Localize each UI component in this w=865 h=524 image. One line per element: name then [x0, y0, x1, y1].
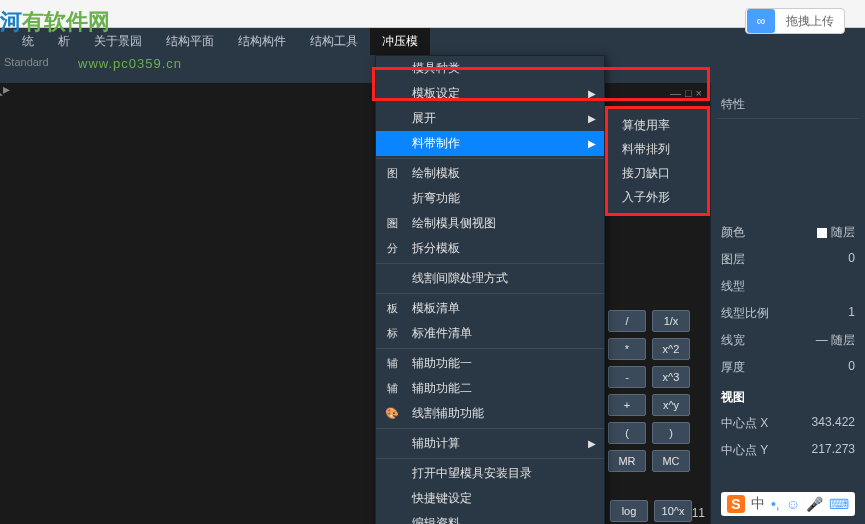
menu-stamping[interactable]: 冲压模 [370, 28, 430, 55]
ime-bar[interactable]: S 中 •, ☺ 🎤 ⌨ [721, 492, 855, 516]
dropdown-item[interactable]: 编辑资料 [376, 511, 604, 524]
canvas-close[interactable]: × [696, 87, 702, 99]
ime-punct-icon[interactable]: •, [771, 496, 780, 512]
menu-struct-member[interactable]: 结构构件 [226, 28, 298, 55]
upload-label: 拖拽上传 [776, 13, 844, 30]
menu-struct-plane[interactable]: 结构平面 [154, 28, 226, 55]
submenu-stripe-layout[interactable]: 料带排列 [608, 137, 707, 161]
dropdown-item[interactable]: 分拆分模板 [376, 236, 604, 261]
prop-linescale-label: 线型比例 [721, 305, 769, 322]
properties-panel: 特性 颜色随层 图层0 线型 线型比例1 线宽— 随层 厚度0 视图 中心点 X… [710, 83, 865, 524]
stamping-dropdown: 模具种类模板设定▶展开▶料带制作▶图绘制模板折弯功能圏绘制模具侧视图分拆分模板线… [375, 55, 605, 524]
stripe-submenu: 算使用率 料带排列 接刀缺口 入子外形 [605, 106, 710, 216]
dropdown-item[interactable]: 辅辅助功能二 [376, 376, 604, 401]
calc-lparen[interactable]: ( [608, 422, 646, 444]
dropdown-item[interactable]: 模板设定▶ [376, 81, 604, 106]
props-header: 特性 [721, 96, 745, 113]
dropdown-item[interactable]: 展开▶ [376, 106, 604, 131]
prop-lineweight-value[interactable]: — 随层 [816, 332, 855, 349]
dropdown-item[interactable]: 辅助计算▶ [376, 431, 604, 456]
standard-label: Standard [4, 56, 49, 68]
prop-layer-value[interactable]: 0 [848, 251, 855, 268]
prop-thickness-label: 厚度 [721, 359, 745, 376]
dropdown-item[interactable]: 🎨线割辅助功能 [376, 401, 604, 426]
dropdown-item[interactable]: 料带制作▶ [376, 131, 604, 156]
cloud-icon: ∞ [747, 9, 775, 33]
dropdown-item[interactable]: 线割间隙处理方式 [376, 266, 604, 291]
dropdown-item[interactable]: 圏绘制模具侧视图 [376, 211, 604, 236]
sogou-icon: S [727, 495, 745, 513]
calc-rparen[interactable]: ) [652, 422, 690, 444]
calc-sub[interactable]: - [608, 366, 646, 388]
calc-pow[interactable]: x^y [652, 394, 690, 416]
calc-sq[interactable]: x^2 [652, 338, 690, 360]
prop-lineweight-label: 线宽 [721, 332, 745, 349]
canvas-minimize[interactable]: — [670, 87, 681, 99]
axis-icon: ◣▸ [0, 81, 10, 97]
view-section-title: 视图 [717, 381, 859, 410]
upload-widget[interactable]: ∞ 拖拽上传 [745, 8, 845, 34]
prop-cx-label: 中心点 X [721, 415, 768, 432]
dropdown-item[interactable]: 模具种类 [376, 56, 604, 81]
calc-div[interactable]: / [608, 310, 646, 332]
calc-10x[interactable]: 10^x [654, 500, 692, 522]
prop-linescale-value[interactable]: 1 [848, 305, 855, 322]
prop-layer-label: 图层 [721, 251, 745, 268]
submenu-usage-rate[interactable]: 算使用率 [608, 113, 707, 137]
ime-lang[interactable]: 中 [751, 495, 765, 513]
menu-struct-tools[interactable]: 结构工具 [298, 28, 370, 55]
submenu-insert-shape[interactable]: 入子外形 [608, 185, 707, 209]
dropdown-item[interactable]: 辅辅助功能一 [376, 351, 604, 376]
calc-cube[interactable]: x^3 [652, 366, 690, 388]
prop-cy-label: 中心点 Y [721, 442, 768, 459]
prop-linetype-label: 线型 [721, 278, 745, 295]
dropdown-item[interactable]: 折弯功能 [376, 186, 604, 211]
dropdown-item[interactable]: 板模板清单 [376, 296, 604, 321]
site-logo: 河有软件网 [0, 0, 110, 43]
prop-color-value[interactable]: 随层 [817, 224, 855, 241]
ime-mic-icon[interactable]: 🎤 [806, 496, 823, 512]
ime-emoji-icon[interactable]: ☺ [786, 496, 800, 512]
prop-thickness-value[interactable]: 0 [848, 359, 855, 376]
calc-log[interactable]: log [610, 500, 648, 522]
ime-keyboard-icon[interactable]: ⌨ [829, 496, 849, 512]
dropdown-item[interactable]: 图绘制模板 [376, 161, 604, 186]
dropdown-item[interactable]: 标标准件清单 [376, 321, 604, 346]
calc-mul[interactable]: * [608, 338, 646, 360]
calc-mc[interactable]: MC [652, 450, 690, 472]
site-url: www.pc0359.cn [78, 56, 182, 71]
dropdown-item[interactable]: 快捷键设定 [376, 486, 604, 511]
submenu-notch[interactable]: 接刀缺口 [608, 161, 707, 185]
prop-color-label: 颜色 [721, 224, 745, 241]
calc-inv[interactable]: 1/x [652, 310, 690, 332]
dropdown-item[interactable]: 打开中望模具安装目录 [376, 461, 604, 486]
canvas-tile[interactable]: □ [685, 87, 692, 99]
prop-cx-value[interactable]: 343.422 [812, 415, 855, 432]
prop-cy-value[interactable]: 217.273 [812, 442, 855, 459]
calc-add[interactable]: + [608, 394, 646, 416]
menubar: Standard www.pc0359.cn 统 析 关于景园 结构平面 结构构… [0, 28, 865, 55]
calc-mr[interactable]: MR [608, 450, 646, 472]
